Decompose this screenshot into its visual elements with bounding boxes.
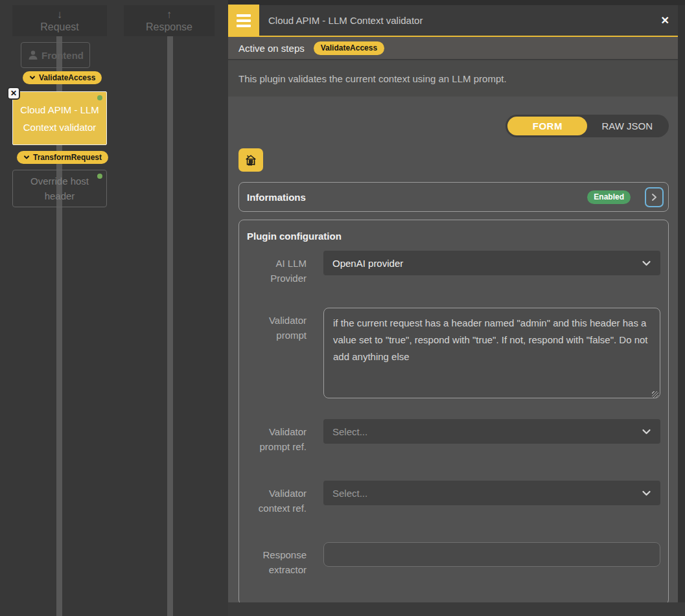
override-host-header-node[interactable]: Override host header [12, 170, 107, 207]
validate-access-step-label: ValidateAccess [39, 73, 95, 82]
view-mode-toggle: FORM RAW JSON [505, 115, 669, 137]
expand-informations-button[interactable] [645, 187, 664, 207]
close-panel-button[interactable]: ✕ [661, 16, 669, 26]
plugin-configuration-section: Plugin configuration AI LLM Provider Ope… [238, 220, 669, 602]
flow-designer: ↓ Request ↑ Response Frontend ValidateAc… [0, 0, 228, 616]
remove-node-button[interactable]: ✕ [7, 87, 20, 100]
chevron-right-icon [651, 193, 658, 201]
informations-title: Informations [247, 192, 587, 203]
person-icon [27, 49, 39, 61]
request-column-label: Request [40, 21, 79, 33]
context-ref-field-label: Validator context ref. [247, 481, 307, 516]
response-column-label: Response [146, 21, 192, 33]
frontend-node[interactable]: Frontend [21, 42, 90, 68]
active-on-steps-label: Active on steps [238, 43, 305, 54]
validator-prompt-ref-placeholder: Select... [332, 426, 642, 437]
frontend-node-label: Frontend [41, 50, 84, 61]
panel-scrollbar[interactable] [678, 5, 685, 602]
active-step-badge: ValidateAccess [314, 41, 384, 55]
selected-plugin-node-label: Cloud APIM - LLM Context validator [17, 101, 102, 136]
node-status-dot [97, 95, 102, 100]
validate-access-step-badge[interactable]: ValidateAccess [23, 71, 102, 84]
ai-llm-provider-select[interactable]: OpenAI provider [323, 251, 660, 275]
provider-field-label: AI LLM Provider [247, 251, 307, 286]
prompt-ref-field-row: Validator prompt ref. Select... [247, 419, 660, 454]
chevron-down-icon [29, 74, 36, 81]
informations-section: Informations Enabled [238, 182, 669, 212]
hamburger-icon [237, 14, 251, 27]
plugin-description-row: This plugin validates the current contex… [228, 60, 685, 97]
panel-bottom-strip [228, 602, 685, 616]
arrow-down-icon: ↓ [57, 9, 63, 21]
prompt-ref-field-label: Validator prompt ref. [247, 419, 307, 454]
panel-title: Cloud APIM - LLM Context validator [268, 15, 661, 26]
plugin-config-panel: Cloud APIM - LLM Context validator ✕ Act… [228, 0, 685, 616]
node-status-dot [97, 174, 102, 179]
prompt-field-label: Validator prompt [247, 308, 307, 401]
response-extractor-input[interactable] [323, 542, 660, 567]
response-extractor-field-label: Response extractor [247, 542, 307, 577]
selected-plugin-node[interactable]: Cloud APIM - LLM Context validator [12, 91, 107, 145]
validator-context-ref-placeholder: Select... [332, 488, 642, 499]
context-ref-field-row: Validator context ref. Select... [247, 481, 660, 516]
plugin-home-button[interactable] [238, 148, 263, 172]
panel-header: Cloud APIM - LLM Context validator ✕ [228, 5, 685, 37]
chevron-down-icon [23, 154, 30, 161]
chevron-down-icon [642, 428, 651, 435]
response-extractor-field-row: Response extractor [247, 542, 660, 577]
chevron-down-icon [642, 260, 651, 267]
validator-context-ref-select[interactable]: Select... [323, 481, 660, 505]
enabled-status-badge: Enabled [587, 190, 631, 204]
plugin-configuration-title: Plugin configuration [247, 231, 660, 242]
panel-main: FORM RAW JSON Informations Enabled [228, 97, 685, 602]
chevron-down-icon [642, 490, 651, 497]
override-host-header-node-label: Override host header [19, 174, 100, 203]
response-column-header: ↑ Response [124, 5, 215, 36]
active-on-steps-row: Active on steps ValidateAccess [228, 37, 685, 60]
transform-request-step-badge[interactable]: TransformRequest [17, 151, 108, 164]
response-flow-line [167, 36, 173, 616]
tab-raw-json[interactable]: RAW JSON [587, 117, 667, 135]
tab-form[interactable]: FORM [507, 117, 587, 135]
house-icon [244, 153, 258, 167]
provider-field-row: AI LLM Provider OpenAI provider [247, 251, 660, 286]
ai-llm-provider-value: OpenAI provider [332, 258, 642, 269]
validator-prompt-textarea[interactable]: if the current request has a header name… [323, 308, 660, 398]
arrow-up-icon: ↑ [167, 9, 172, 21]
menu-button[interactable] [228, 5, 259, 36]
request-column-header: ↓ Request [12, 5, 107, 36]
plugin-description: This plugin validates the current contex… [238, 73, 507, 84]
prompt-field-row: Validator prompt if the current request … [247, 308, 660, 401]
validator-prompt-ref-select[interactable]: Select... [323, 419, 660, 444]
transform-request-step-label: TransformRequest [33, 153, 102, 162]
